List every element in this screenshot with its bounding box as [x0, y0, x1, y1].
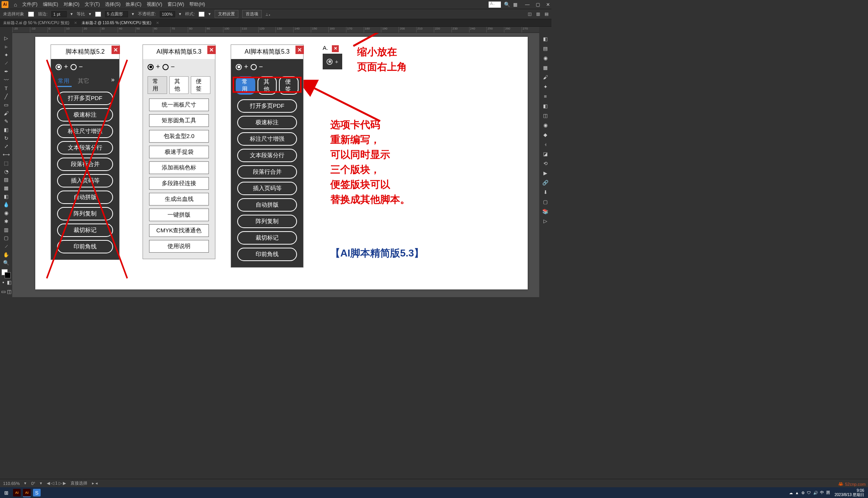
radio-on-icon[interactable]: [327, 59, 333, 65]
close-icon[interactable]: ✕: [546, 2, 550, 7]
script-button[interactable]: 打开多页PDF: [237, 99, 297, 113]
script-button[interactable]: 文本段落分行: [57, 141, 113, 154]
script-button[interactable]: 一键拼版: [149, 209, 209, 221]
radio-on-icon[interactable]: [148, 64, 154, 70]
stroke-weight-input[interactable]: [51, 11, 67, 17]
menu-view[interactable]: 视图(V): [147, 1, 162, 8]
close-icon[interactable]: ✕: [332, 45, 339, 52]
script-button[interactable]: 自动拼版: [57, 191, 113, 204]
tab-notes[interactable]: 便签: [191, 76, 210, 94]
script-button[interactable]: 插入页码等: [57, 174, 113, 187]
doctab-2[interactable]: 未标题-2 @ 110.65 % (CMYK/CPU 预览): [82, 20, 151, 26]
color-mode-icon[interactable]: ▪: [1, 278, 6, 286]
screen-mode-icon[interactable]: ▭: [1, 287, 6, 296]
tab-other[interactable]: 其它: [74, 76, 93, 87]
eraser-tool[interactable]: ◧: [2, 126, 11, 134]
direct-selection-tool[interactable]: ▹: [2, 43, 11, 51]
actions-icon[interactable]: ▶: [541, 169, 550, 177]
asset-export-icon[interactable]: ⬇: [541, 188, 550, 196]
transform-icon[interactable]: ⟲: [541, 159, 550, 168]
menu-object[interactable]: 对象(O): [64, 1, 79, 8]
color-icon[interactable]: ◉: [541, 54, 550, 62]
doc-setup-button[interactable]: 文档设置: [215, 10, 238, 18]
tab-notes[interactable]: 便签: [279, 76, 299, 95]
script-button[interactable]: 多段路径连接: [149, 177, 209, 190]
minimize-icon[interactable]: —: [525, 2, 530, 7]
chevron-icon[interactable]: »: [111, 76, 115, 87]
play-icon[interactable]: ▷: [541, 217, 550, 225]
script-button[interactable]: 添加画稿色标: [149, 161, 209, 174]
artboard-tool[interactable]: ▢: [2, 234, 11, 242]
tab-common[interactable]: 常用: [148, 76, 167, 94]
radio-on-icon[interactable]: [56, 64, 62, 70]
menu-edit[interactable]: 编辑(E): [43, 1, 58, 8]
script-button[interactable]: 生成出血线: [149, 193, 209, 205]
brush-swatch[interactable]: [95, 12, 101, 17]
libraries-icon[interactable]: 📚: [541, 207, 550, 215]
script-button[interactable]: 极速标注: [237, 116, 297, 129]
radio-off-icon[interactable]: [71, 64, 77, 70]
tab-common[interactable]: 常用: [236, 76, 255, 95]
canvas[interactable]: 脚本精简版5.2 ✕ + − 常用 其它 » 打开多页PDF极速标注标注尺寸增强…: [12, 33, 539, 297]
hand-tool[interactable]: ✋: [2, 251, 11, 258]
stroke-icon[interactable]: ≡: [541, 92, 550, 100]
rectangle-tool[interactable]: ▭: [2, 101, 11, 109]
search-input[interactable]: A..: [489, 2, 501, 8]
pen-tool[interactable]: ✒: [2, 68, 11, 76]
width-tool[interactable]: ⟷: [2, 151, 11, 159]
minus-icon[interactable]: −: [79, 63, 83, 71]
script-button[interactable]: 文本段落分行: [237, 149, 297, 162]
draw-mode-icon[interactable]: ◫: [7, 287, 12, 296]
zoom-tool[interactable]: 🔍: [2, 259, 11, 267]
script-button[interactable]: 段落行合并: [237, 165, 297, 179]
script-button[interactable]: 印前角线: [57, 240, 113, 253]
home-icon[interactable]: ⌂: [14, 2, 17, 8]
menu-effect[interactable]: 效果(C): [126, 1, 141, 8]
script-button[interactable]: 标注尺寸增强: [57, 125, 113, 138]
script-button[interactable]: 印前角线: [237, 248, 297, 261]
gradient-icon[interactable]: ◧: [541, 102, 550, 110]
plus-icon[interactable]: +: [244, 63, 248, 71]
shape-builder-tool[interactable]: ◔: [2, 168, 11, 175]
doctab-1[interactable]: 未标题-2.ai @ 50 % (CMYK/CPU 预览): [3, 20, 69, 26]
panel-icon[interactable]: ▤: [545, 12, 548, 16]
script-button[interactable]: 标注尺寸增强: [237, 132, 297, 146]
grid-icon[interactable]: ▥: [536, 12, 540, 16]
type-tool[interactable]: T: [2, 84, 11, 92]
plus-icon[interactable]: +: [335, 58, 338, 65]
fill-swatch[interactable]: [28, 12, 34, 17]
slice-tool[interactable]: ⟋: [2, 243, 11, 250]
pathfinder-icon[interactable]: ◪: [541, 150, 550, 158]
menu-select[interactable]: 选择(S): [105, 1, 120, 8]
menu-file[interactable]: 文件(F): [22, 1, 37, 8]
tab-common[interactable]: 常用: [56, 76, 72, 87]
script-button[interactable]: 插入页码等: [237, 182, 297, 195]
opacity-input[interactable]: [160, 11, 175, 17]
graphic-styles-icon[interactable]: ◆: [541, 130, 550, 139]
perspective-tool[interactable]: ▨: [2, 176, 11, 184]
mesh-tool[interactable]: ▦: [2, 184, 11, 192]
fill-stroke-swatches[interactable]: [2, 269, 11, 277]
symbols-icon[interactable]: ✦: [541, 82, 550, 91]
script-button[interactable]: 裁切标记: [57, 224, 113, 237]
magic-wand-tool[interactable]: ✦: [2, 51, 11, 59]
plus-icon[interactable]: +: [64, 63, 68, 71]
script-button[interactable]: 自动拼版: [237, 198, 297, 212]
transparency-icon[interactable]: ◫: [541, 111, 550, 120]
lasso-tool[interactable]: ⟋: [2, 59, 11, 67]
symbol-sprayer-tool[interactable]: ✱: [2, 217, 11, 225]
script-button[interactable]: 阵列复制: [57, 207, 113, 220]
brushes-icon[interactable]: 🖌: [541, 73, 550, 81]
properties-icon[interactable]: ◧: [541, 35, 550, 43]
uniform-label[interactable]: 等比: [77, 11, 85, 17]
menu-help[interactable]: 帮助(H): [189, 1, 205, 8]
close-icon[interactable]: ✕: [112, 46, 120, 54]
script-button[interactable]: 段落行合并: [57, 158, 113, 171]
plus-icon[interactable]: +: [156, 63, 160, 71]
gradient-tool[interactable]: ◧: [2, 192, 11, 200]
selection-tool[interactable]: ▷: [2, 35, 11, 42]
prefs-button[interactable]: 首选项: [242, 10, 262, 18]
radio-off-icon[interactable]: [162, 64, 169, 70]
swatches-icon[interactable]: ▦: [541, 63, 550, 72]
script-button[interactable]: 极速标注: [57, 108, 113, 122]
